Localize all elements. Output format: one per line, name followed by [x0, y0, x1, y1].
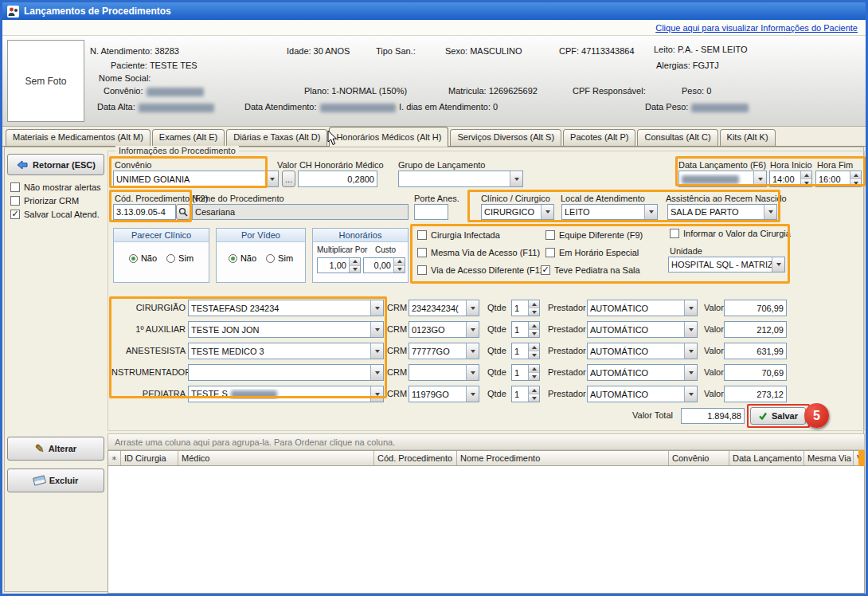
checkbox-teve-pediatra[interactable]: Teve Pediatra na Sala: [541, 265, 640, 275]
staff-crm-select[interactable]: 77777GO: [409, 343, 479, 359]
staff-name-select[interactable]: TESTE JON JON: [188, 321, 384, 338]
salvar-button[interactable]: Salvar: [750, 407, 806, 425]
spinner-buttons[interactable]: [528, 322, 539, 337]
chevron-down-icon[interactable]: [764, 205, 776, 219]
grid-col-cod-procedimento[interactable]: Cód. Procedimento: [374, 451, 457, 465]
patient-info-link[interactable]: Clique aqui para visualizar Informações …: [655, 23, 858, 33]
grid-corner-cell[interactable]: ∗: [108, 451, 121, 465]
tab-consultas[interactable]: Consultas (Alt C): [637, 129, 717, 146]
chevron-down-icon[interactable]: [684, 322, 697, 337]
chevron-down-icon[interactable]: [772, 257, 784, 272]
chevron-down-icon[interactable]: [370, 343, 383, 359]
staff-valor-input[interactable]: 273,12: [724, 386, 787, 402]
tab-pacotes[interactable]: Pacotes (Alt P): [563, 129, 635, 146]
local-atendimento-select[interactable]: LEITO: [561, 204, 658, 220]
chevron-down-icon[interactable]: [684, 343, 697, 359]
cod-procedimento-input[interactable]: 3.13.09.05-4: [113, 204, 176, 220]
staff-valor-input[interactable]: 212,09: [724, 321, 787, 338]
staff-name-select[interactable]: TESTE S: [188, 386, 384, 402]
checkbox-mesma-via-acesso[interactable]: Mesma Via de Acesso (F11): [417, 248, 540, 257]
parecer-sim-radio[interactable]: Sim: [166, 253, 194, 263]
spinner-buttons[interactable]: [528, 343, 539, 359]
grid-body[interactable]: [108, 466, 865, 594]
staff-name-select[interactable]: TESTE MEDICO 3: [188, 343, 384, 359]
staff-prestador-select[interactable]: AUTOMÁTICO: [587, 343, 698, 359]
chevron-down-icon[interactable]: [466, 343, 479, 359]
staff-prestador-select[interactable]: AUTOMÁTICO: [587, 386, 698, 402]
chevron-down-icon[interactable]: [541, 205, 553, 219]
staff-valor-input[interactable]: 706,99: [724, 300, 787, 316]
staff-name-select[interactable]: TESTAEFASD 234234: [188, 300, 384, 316]
spinner-buttons[interactable]: [393, 258, 405, 273]
spinner-buttons[interactable]: [349, 258, 360, 273]
checkbox-informar-valor-cirurgia[interactable]: Informar o Valor da Cirurgia: [670, 229, 791, 238]
spinner-buttons[interactable]: [528, 365, 539, 380]
checkbox-equipe-diferente[interactable]: Equipe Diferente (F9): [545, 230, 643, 240]
alterar-button[interactable]: ✎ Alterar: [7, 437, 104, 461]
spinner-buttons[interactable]: [528, 386, 539, 402]
checkbox-nao-mostrar-alertas[interactable]: Não mostrar alertas: [10, 182, 101, 192]
chevron-down-icon[interactable]: [370, 365, 383, 380]
staff-prestador-select[interactable]: AUTOMÁTICO: [587, 300, 698, 316]
chevron-down-icon[interactable]: [370, 300, 383, 316]
excluir-button[interactable]: Excluir: [7, 469, 104, 492]
chevron-down-icon[interactable]: [370, 322, 383, 337]
grid-col-mesma-via[interactable]: Mesma Via (: [804, 451, 854, 465]
chevron-down-icon[interactable]: [466, 386, 479, 402]
tab-servicos[interactable]: Serviços Diversos (Alt S): [450, 129, 561, 146]
video-sim-radio[interactable]: Sim: [266, 253, 293, 263]
convenio-select[interactable]: UNIMED GOIANIA: [113, 171, 279, 187]
checkbox-via-acesso-diferente[interactable]: Via de Acesso Diferente (F12): [417, 265, 548, 275]
checkbox-cirurgia-infectada[interactable]: Cirurgia Infectada: [417, 230, 500, 240]
staff-qtde-stepper[interactable]: 1: [511, 300, 540, 316]
grid-col-id-cirurgia[interactable]: ID Cirurgia: [121, 451, 178, 465]
chevron-down-icon[interactable]: [684, 300, 697, 316]
chevron-down-icon[interactable]: [466, 322, 479, 337]
clinico-cirurgico-select[interactable]: CIRURGICO: [481, 204, 554, 220]
tab-exames[interactable]: Exames (Alt E): [152, 129, 225, 146]
retornar-button[interactable]: Retornar (ESC): [7, 154, 104, 175]
grid-group-hint[interactable]: Arraste uma coluna aqui para agrupa-la. …: [108, 433, 865, 450]
custo-stepper[interactable]: 0,00: [363, 257, 405, 273]
cod-procedimento-search-button[interactable]: [176, 204, 190, 220]
chevron-down-icon[interactable]: [265, 171, 278, 186]
chevron-down-icon[interactable]: [684, 386, 697, 402]
multiplicar-stepper[interactable]: 1,00: [317, 257, 361, 273]
checkbox-priorizar-crm[interactable]: Priorizar CRM: [10, 196, 79, 206]
hora-inicio-stepper[interactable]: 14:00: [769, 171, 812, 187]
staff-crm-select[interactable]: 234234234(: [409, 300, 479, 316]
video-nao-radio[interactable]: Não: [229, 253, 256, 263]
staff-crm-select[interactable]: 11979GO: [409, 386, 479, 402]
tab-kits[interactable]: Kits (Alt K): [720, 129, 776, 146]
assistencia-select[interactable]: SALA DE PARTO: [667, 204, 777, 220]
grupo-lancamento-select[interactable]: [398, 171, 523, 187]
unidade-select[interactable]: HOSPITAL SQL - MATRIZ: [668, 257, 785, 273]
spinner-buttons[interactable]: [800, 171, 811, 186]
data-lancamento-select[interactable]: [678, 171, 767, 187]
porte-anes-input[interactable]: [414, 204, 448, 220]
staff-prestador-select[interactable]: AUTOMÁTICO: [587, 321, 698, 338]
staff-name-select[interactable]: [188, 364, 384, 381]
checkbox-horario-especial[interactable]: Em Horário Especial: [545, 248, 639, 257]
staff-qtde-stepper[interactable]: 1: [511, 343, 540, 359]
chevron-down-icon[interactable]: [510, 171, 522, 186]
chevron-down-icon[interactable]: [684, 365, 697, 380]
staff-qtde-stepper[interactable]: 1: [511, 364, 540, 381]
spinner-buttons[interactable]: [528, 300, 539, 316]
tab-materiais[interactable]: Materiais e Medicamentos (Alt M): [6, 129, 151, 146]
checkbox-salvar-local-atend[interactable]: Salvar Local Atend.: [10, 210, 100, 219]
staff-prestador-select[interactable]: AUTOMÁTICO: [587, 364, 698, 381]
grid-scroll-corner[interactable]: [858, 450, 865, 466]
staff-crm-select[interactable]: 0123GO: [409, 321, 479, 338]
grid-col-medico[interactable]: Médico: [178, 451, 374, 465]
valor-ch-input[interactable]: 0,2800: [298, 171, 377, 187]
hora-fim-stepper[interactable]: 16:00: [815, 171, 862, 187]
chevron-down-icon[interactable]: [644, 205, 657, 219]
tab-honorarios-medicos[interactable]: Honorários Médicos (Alt H): [329, 127, 448, 147]
chevron-down-icon[interactable]: [370, 386, 383, 402]
chevron-down-icon[interactable]: [466, 365, 479, 380]
staff-crm-select[interactable]: [409, 364, 479, 381]
grid-col-data-lancamento[interactable]: Data Lançamento: [729, 451, 804, 465]
staff-qtde-stepper[interactable]: 1: [511, 386, 540, 402]
grid-col-convenio[interactable]: Convênio: [669, 451, 729, 465]
